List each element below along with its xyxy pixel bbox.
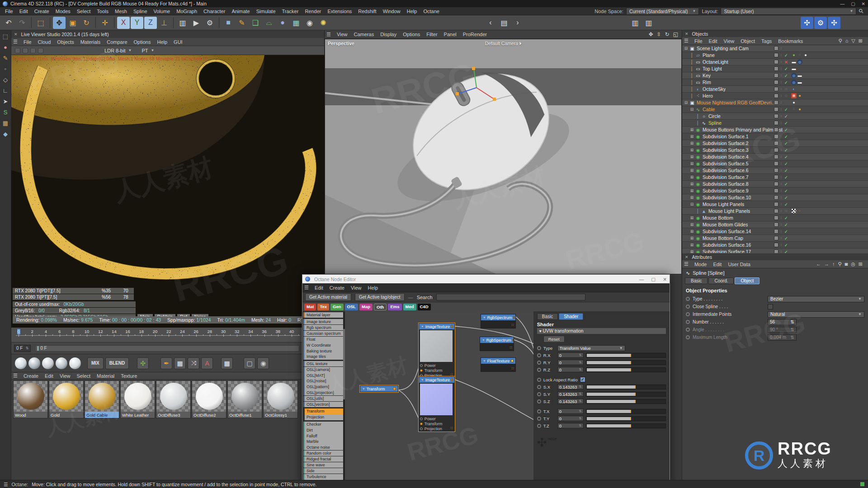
object-name[interactable]: Mouse Nightsward RGB GeoffDevries PRO ED…: [697, 100, 778, 105]
enabled-toggle[interactable]: ✓: [783, 216, 789, 221]
object-row[interactable]: │▭Key∶✓◎▬: [682, 72, 868, 79]
object-name[interactable]: Subdivision Surface.10: [703, 195, 751, 200]
material-preset-1[interactable]: [15, 357, 27, 369]
object-name[interactable]: Subdivision Surface.6: [703, 168, 749, 173]
object-name[interactable]: Rim: [703, 80, 711, 85]
keyframe-dot[interactable]: [686, 297, 690, 301]
menu-item[interactable]: Character: [200, 8, 228, 14]
material-name[interactable]: OctGlossy1: [264, 412, 297, 418]
scale-row-slider[interactable]: [586, 385, 666, 389]
visibility-dots[interactable]: ∶: [779, 237, 783, 239]
visibility-dots[interactable]: ∶: [779, 81, 783, 84]
object-row[interactable]: ⊞◉Subdivision Surface.14∶✓: [682, 228, 868, 235]
node-type-osl-texture[interactable]: OSL texture: [303, 361, 343, 366]
enabled-toggle[interactable]: ✓: [783, 80, 789, 85]
add-panel-icon[interactable]: ⊞: [859, 38, 863, 44]
layer-chip[interactable]: [774, 236, 778, 240]
current-frame-input[interactable]: 0 F⇅: [14, 345, 31, 352]
volume-button[interactable]: ●: [276, 17, 289, 29]
maximize-button[interactable]: ▢: [651, 277, 656, 282]
lv-tool-icon[interactable]: [15, 48, 20, 53]
viewport-menu-item[interactable]: Display: [377, 31, 400, 38]
checker-material-button[interactable]: ▦: [174, 357, 186, 369]
point-mode-icon[interactable]: ◦: [5, 66, 7, 72]
visibility-dots[interactable]: ∶: [779, 163, 783, 165]
menu-item[interactable]: Extensions: [324, 8, 355, 14]
layer-chip[interactable]: [774, 107, 778, 112]
property-dropdown[interactable]: Natural▼: [768, 311, 864, 318]
imagetexture-node[interactable]: ▼ImageTexture Power Transform Projection…: [419, 376, 455, 432]
forward-icon[interactable]: →: [824, 261, 829, 267]
menu-item[interactable]: Tracker: [279, 8, 302, 14]
expand-toggle[interactable]: ⊟: [683, 100, 689, 105]
keyframe-dot[interactable]: [537, 399, 541, 404]
object-name[interactable]: Spline: [708, 120, 722, 126]
ballo-tag[interactable]: ●: [797, 93, 802, 99]
visibility-dots[interactable]: ∶: [779, 156, 783, 158]
tab-coord[interactable]: Coord.: [708, 277, 734, 284]
visibility-dots[interactable]: ∶: [779, 136, 783, 138]
pillw-tag[interactable]: ▬: [797, 80, 802, 85]
expand-toggle[interactable]: ⊞: [689, 249, 695, 253]
tab-shader[interactable]: Shader: [559, 313, 583, 320]
material-menu-item[interactable]: Texture: [118, 373, 140, 379]
transform-type-select[interactable]: Transform Value▼: [557, 345, 625, 351]
rotation-row-slider[interactable]: [586, 367, 666, 372]
object-row[interactable]: ⊞◉Subdivision Surface.4∶✓: [682, 154, 868, 160]
object-row[interactable]: │○Circle∶✓: [682, 113, 868, 120]
node-type-osl-utils-[interactable]: OSL[utils]: [303, 396, 343, 401]
live-viewer-menu-item[interactable]: Objects: [54, 39, 77, 45]
tab-basic[interactable]: Basic: [537, 313, 558, 320]
workplane-icon[interactable]: ◆: [3, 131, 8, 137]
node-material-button[interactable]: ✒: [160, 357, 172, 369]
enabled-toggle[interactable]: ✓: [783, 236, 789, 241]
material-menu-item[interactable]: Edit: [42, 373, 57, 379]
keyframe-dot[interactable]: [537, 424, 541, 428]
tab-object[interactable]: Object: [735, 277, 760, 284]
expand-toggle[interactable]: ⊞: [689, 155, 695, 159]
maximize-button[interactable]: ▢: [851, 1, 855, 6]
objects-menu-item[interactable]: View: [721, 38, 738, 44]
object-row[interactable]: ⊞◉Mouse Bottom Cap∶✓: [682, 235, 868, 242]
menu-item[interactable]: Select: [74, 8, 94, 14]
material-preset-2[interactable]: [28, 357, 40, 369]
object-row[interactable]: ⊞◉Subdivision Surface.2∶✓: [682, 140, 868, 147]
blobw-tag[interactable]: ●: [803, 52, 808, 58]
node-type-falloff[interactable]: Falloff: [303, 433, 343, 438]
keyframe-dot[interactable]: [537, 368, 541, 372]
layer-chip[interactable]: [774, 66, 778, 71]
model-mode-icon[interactable]: ➤: [3, 98, 8, 105]
object-name[interactable]: Subdivision Surface.3: [703, 147, 749, 153]
expand-toggle[interactable]: ⊞: [689, 175, 695, 179]
node-type-gaussian-spectrum[interactable]: Gaussian spectrum: [303, 331, 343, 336]
close-icon[interactable]: ✕: [14, 32, 18, 37]
visibility-dots[interactable]: ∶: [779, 210, 783, 212]
mix-button[interactable]: MIX: [87, 357, 104, 369]
object-name[interactable]: Mouse Bottom Glides: [703, 222, 748, 227]
layer-chip[interactable]: [774, 87, 778, 91]
hamburger-icon[interactable]: ☰: [13, 373, 18, 379]
node-type-sine-wave[interactable]: Sine wave: [303, 462, 343, 468]
close-button[interactable]: ✕: [663, 277, 667, 282]
render-view-button[interactable]: ▥: [176, 17, 189, 29]
node-type-osl-projection-[interactable]: OSL[projection]: [303, 390, 343, 395]
scale-row-input[interactable]: 0.143263⇅: [557, 399, 584, 404]
node-type-image-tiles[interactable]: Image tiles: [303, 354, 343, 359]
object-row[interactable]: ⊞◉Subdivision Surface.5∶✓: [682, 160, 868, 167]
expand-toggle[interactable]: ⊟: [683, 46, 689, 51]
enabled-toggle[interactable]: ✓: [783, 107, 789, 112]
rotation-row-input[interactable]: 0⇅: [557, 352, 584, 358]
attributes-menu-item[interactable]: Mode: [691, 261, 710, 267]
enabled-toggle[interactable]: ✓: [783, 175, 789, 180]
sky-tag[interactable]: ◐: [791, 86, 797, 92]
menu-item[interactable]: Animate: [228, 8, 253, 14]
keyframe-dot[interactable]: [686, 335, 690, 339]
search-icon[interactable]: ⚲: [838, 261, 841, 267]
render-canvas[interactable]: Check:0ms./1ms. MeshGen:9ms. Update[C]:0…: [11, 55, 325, 328]
enabled-toggle[interactable]: ✓: [783, 134, 789, 139]
object-row[interactable]: │▭Top Light∶✓▬: [682, 66, 868, 72]
object-row[interactable]: ⊞◉Subdivision Surface.8∶✓: [682, 181, 868, 188]
texture-mode-icon[interactable]: ▦: [3, 120, 8, 127]
filter-chip-map[interactable]: Map: [359, 304, 373, 310]
expand-toggle[interactable]: ⊞: [689, 182, 695, 186]
